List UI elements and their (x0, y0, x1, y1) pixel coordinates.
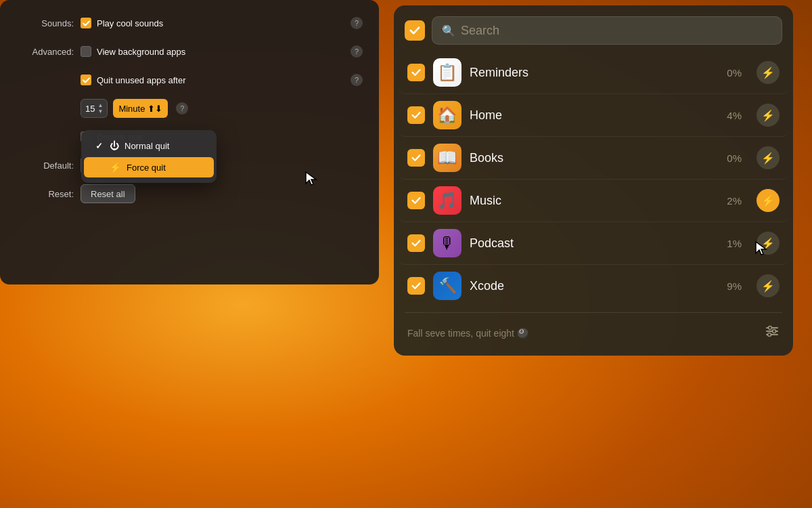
app-row-home: 🏠 Home 4% ⚡ (399, 94, 788, 137)
svg-point-4 (773, 330, 776, 333)
minute-dropdown[interactable]: Minute ⬆⬇ (113, 99, 168, 118)
svg-point-3 (769, 326, 772, 330)
reminders-lightning-icon: ⚡ (761, 66, 775, 79)
books-name: Books (470, 151, 709, 165)
search-icon: 🔍 (442, 24, 455, 37)
xcode-name: Xcode (470, 279, 709, 293)
sounds-checkbox[interactable] (81, 18, 91, 28)
advanced-checkbox[interactable] (81, 46, 91, 57)
xcode-percent: 9% (717, 280, 742, 292)
books-icon: 📖 (433, 144, 461, 172)
checkmark-icon: ✓ (95, 141, 103, 151)
home-icon: 🏠 (433, 101, 461, 129)
books-lightning-btn[interactable]: ⚡ (757, 146, 780, 169)
sounds-row: Sounds: Play cool sounds ? (16, 14, 363, 33)
podcast-name: Podcast (470, 236, 709, 251)
advanced-row: Advanced: View background apps ? (16, 42, 363, 61)
normal-quit-label: Normal quit (125, 141, 169, 151)
default-label: Default: (16, 161, 74, 171)
normal-quit-power-icon: ⏻ (110, 140, 119, 151)
reminders-icon: 📋 (433, 58, 461, 87)
stepper-arrows[interactable]: ▲ ▼ (97, 103, 103, 114)
app-panel: 🔍 Search 📋 Reminders 0% ⚡ 🏠 (394, 5, 793, 356)
sounds-text: Play cool sounds (97, 18, 345, 28)
stepper-help[interactable]: ? (176, 102, 188, 114)
home-lightning-btn[interactable]: ⚡ (757, 104, 780, 127)
books-lightning-icon: ⚡ (761, 152, 775, 165)
panel-divider (405, 312, 782, 313)
music-percent: 2% (717, 195, 742, 207)
podcast-lightning-btn[interactable]: ⚡ (757, 232, 780, 255)
app-row-xcode: 🔨 Xcode 9% ⚡ (399, 265, 788, 307)
app-row-books: 📖 Books 0% ⚡ (399, 137, 788, 179)
home-name: Home (470, 108, 709, 123)
normal-quit-check: ✓ (93, 141, 104, 151)
podcast-icon: 🎙 (433, 229, 461, 257)
app-row-reminders: 📋 Reminders 0% ⚡ (399, 51, 788, 94)
stepper-down[interactable]: ▼ (97, 109, 103, 114)
footer-text: Fall seve times, quit eight 🎱 (407, 328, 528, 339)
sounds-help[interactable]: ? (351, 17, 363, 29)
reminders-lightning-btn[interactable]: ⚡ (757, 61, 780, 84)
quit-unused-checkbox[interactable] (81, 75, 91, 85)
music-name: Music (470, 194, 709, 208)
svg-point-5 (768, 333, 771, 337)
minute-chevron: ⬆⬇ (148, 104, 162, 114)
quit-unused-row: Quit unused apps after ? (16, 70, 363, 89)
force-quit-label: Force quit (127, 163, 166, 173)
stepper-up[interactable]: ▲ (97, 103, 103, 108)
music-checkbox[interactable] (407, 192, 425, 209)
xcode-lightning-btn[interactable]: ⚡ (757, 274, 780, 297)
reminders-emoji: 📋 (437, 63, 457, 82)
reset-row: Reset: Reset all (16, 184, 363, 203)
reset-all-button[interactable]: Reset all (81, 184, 135, 203)
sounds-label: Sounds: (16, 18, 74, 28)
advanced-text: View background apps (97, 47, 345, 57)
all-apps-row: 🔍 Search (394, 16, 793, 51)
panel-footer: Fall seve times, quit eight 🎱 (394, 318, 793, 345)
filter-icon (765, 324, 780, 339)
home-lightning-icon: ⚡ (761, 109, 775, 122)
podcast-percent: 1% (717, 238, 742, 249)
xcode-checkbox[interactable] (407, 277, 425, 295)
all-apps-checkbox[interactable] (405, 20, 425, 41)
quit-unused-help[interactable]: ? (351, 74, 363, 86)
podcast-lightning-icon: ⚡ (761, 237, 775, 250)
force-quit-item[interactable]: ⚡ Force quit (84, 157, 214, 177)
app-row-music: 🎵 Music 2% ⚡ (399, 179, 788, 222)
search-bar[interactable]: 🔍 Search (432, 16, 782, 45)
filter-button[interactable] (765, 324, 780, 342)
stepper-value: 15 (85, 104, 95, 114)
normal-quit-item[interactable]: ✓ ⏻ Normal quit (84, 135, 214, 156)
books-percent: 0% (717, 152, 742, 164)
search-placeholder: Search (461, 24, 499, 38)
reset-label: Reset: (16, 189, 74, 199)
home-emoji: 🏠 (437, 106, 457, 125)
app-row-podcast: 🎙 Podcast 1% ⚡ (399, 222, 788, 265)
music-lightning-icon: ⚡ (761, 194, 775, 207)
reminders-name: Reminders (470, 66, 709, 80)
music-icon: 🎵 (433, 186, 461, 215)
advanced-label: Advanced: (16, 47, 74, 57)
dropdown-menu: ✓ ⏻ Normal quit ⚡ Force quit (81, 130, 217, 183)
number-stepper[interactable]: 15 ▲ ▼ (81, 99, 108, 118)
reminders-percent: 0% (717, 67, 742, 79)
quit-unused-text: Quit unused apps after (97, 75, 345, 85)
reminders-checkbox[interactable] (407, 64, 425, 81)
app-list: 📋 Reminders 0% ⚡ 🏠 Home 4% ⚡ (394, 51, 793, 307)
xcode-lightning-icon: ⚡ (761, 280, 775, 293)
xcode-emoji: 🔨 (438, 277, 457, 295)
music-emoji: 🎵 (437, 191, 457, 210)
advanced-help[interactable]: ? (351, 45, 363, 58)
books-checkbox[interactable] (407, 149, 425, 167)
home-checkbox[interactable] (407, 106, 425, 124)
home-percent: 4% (717, 110, 742, 121)
podcast-checkbox[interactable] (407, 234, 425, 252)
stepper-row: 15 ▲ ▼ Minute ⬆⬇ ? (16, 99, 363, 118)
force-quit-lightning-icon: ⚡ (110, 162, 121, 173)
minute-label: Minute (118, 104, 145, 114)
xcode-icon: 🔨 (433, 272, 461, 300)
music-lightning-btn[interactable]: ⚡ (757, 189, 780, 212)
podcast-emoji: 🎙 (439, 234, 455, 253)
books-emoji: 📖 (437, 148, 457, 167)
